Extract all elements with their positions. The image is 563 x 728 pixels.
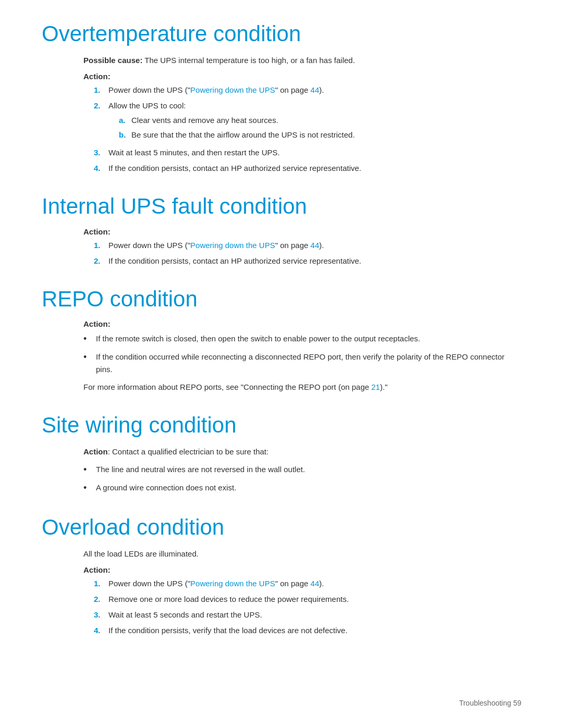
site-wiring-bullet-1: The line and neutral wires are not rever… bbox=[83, 463, 521, 477]
possible-cause-content: The UPS internal temperature is too high… bbox=[144, 56, 355, 65]
overload-step-1: Power down the UPS ("Powering down the U… bbox=[94, 577, 521, 590]
internal-step-2: If the condition persists, contact an HP… bbox=[94, 255, 521, 267]
powering-down-link-3[interactable]: Powering down the UPS bbox=[190, 579, 275, 588]
overload-condition-title: Overload condition bbox=[42, 514, 521, 540]
overload-step-1-content: Power down the UPS ("Powering down the U… bbox=[108, 577, 521, 590]
repo-condition-section: REPO condition Action: If the remote swi… bbox=[42, 286, 521, 393]
step-1-content: Power down the UPS ("Powering down the U… bbox=[108, 84, 521, 96]
footer-text: Troubleshooting 59 bbox=[459, 699, 521, 707]
internal-step-2-content: If the condition persists, contact an HP… bbox=[108, 255, 521, 267]
site-wiring-bullet-list: The line and neutral wires are not rever… bbox=[83, 463, 521, 496]
page-44-link-2[interactable]: 44 bbox=[311, 241, 320, 250]
repo-bullet-list: If the remote switch is closed, then ope… bbox=[83, 332, 521, 376]
overtemperature-title: Overtemperature condition bbox=[42, 21, 521, 47]
repo-note: For more information about REPO ports, s… bbox=[83, 381, 521, 393]
overload-step-2-content: Remove one or more load devices to reduc… bbox=[108, 593, 521, 606]
overload-steps: Power down the UPS ("Powering down the U… bbox=[83, 577, 521, 637]
overload-step-3: Wait at least 5 seconds and restart the … bbox=[94, 609, 521, 621]
powering-down-link-2[interactable]: Powering down the UPS bbox=[190, 241, 275, 250]
site-wiring-bullet-2-content: A ground wire connection does not exist. bbox=[96, 482, 521, 494]
site-wiring-title: Site wiring condition bbox=[42, 412, 521, 438]
sub-step-a-content: Clear vents and remove any heat sources. bbox=[131, 114, 278, 127]
step-2: Allow the UPS to cool: Clear vents and r… bbox=[94, 100, 521, 143]
overload-condition-section: Overload condition All the load LEDs are… bbox=[42, 514, 521, 637]
step-2-content: Allow the UPS to cool: Clear vents and r… bbox=[108, 100, 521, 143]
repo-bullet-1-content: If the remote switch is closed, then ope… bbox=[96, 332, 521, 345]
repo-bullet-1: If the remote switch is closed, then ope… bbox=[83, 332, 521, 347]
step-1: Power down the UPS ("Powering down the U… bbox=[94, 84, 521, 96]
possible-cause-label: Possible cause: bbox=[83, 56, 142, 65]
sub-list-cool: Clear vents and remove any heat sources.… bbox=[108, 114, 521, 141]
repo-bullet-2-content: If the condition occurred while reconnec… bbox=[96, 351, 521, 376]
action-label-internal: Action: bbox=[83, 227, 521, 236]
repo-condition-title: REPO condition bbox=[42, 286, 521, 312]
sub-step-b-content: Be sure that the that the airflow around… bbox=[131, 129, 355, 141]
internal-step-1-content: Power down the UPS ("Powering down the U… bbox=[108, 239, 521, 252]
step-3-content: Wait at least 5 minutes, and then restar… bbox=[108, 146, 521, 159]
site-wiring-bullet-2: A ground wire connection does not exist. bbox=[83, 482, 521, 496]
site-wiring-action-intro: Action: Contact a qualified electrician … bbox=[83, 446, 521, 458]
page-44-link-1[interactable]: 44 bbox=[311, 85, 320, 94]
page-44-link-3[interactable]: 44 bbox=[311, 579, 320, 588]
page-21-link[interactable]: 21 bbox=[371, 382, 380, 391]
overtemperature-section: Overtemperature condition Possible cause… bbox=[42, 21, 521, 175]
overload-step-2: Remove one or more load devices to reduc… bbox=[94, 593, 521, 606]
internal-ups-fault-title: Internal UPS fault condition bbox=[42, 193, 521, 219]
action-label-overload: Action: bbox=[83, 565, 521, 574]
site-wiring-action-label: Action bbox=[83, 447, 108, 456]
site-wiring-bullet-1-content: The line and neutral wires are not rever… bbox=[96, 463, 521, 476]
sub-step-b: Be sure that the that the airflow around… bbox=[119, 129, 521, 141]
overtemperature-steps: Power down the UPS ("Powering down the U… bbox=[83, 84, 521, 175]
internal-step-1: Power down the UPS ("Powering down the U… bbox=[94, 239, 521, 252]
overload-step-4-content: If the condition persists, verify that t… bbox=[108, 624, 521, 637]
step-4-content: If the condition persists, contact an HP… bbox=[108, 162, 521, 175]
action-label-overtemperature: Action: bbox=[83, 72, 521, 81]
sub-step-a: Clear vents and remove any heat sources. bbox=[119, 114, 521, 127]
internal-ups-steps: Power down the UPS ("Powering down the U… bbox=[83, 239, 521, 267]
action-label-repo: Action: bbox=[83, 319, 521, 328]
step-4: If the condition persists, contact an HP… bbox=[94, 162, 521, 175]
internal-ups-fault-section: Internal UPS fault condition Action: Pow… bbox=[42, 193, 521, 267]
powering-down-link-1[interactable]: Powering down the UPS bbox=[190, 85, 275, 94]
possible-cause-text: Possible cause: The UPS internal tempera… bbox=[83, 54, 521, 67]
overload-step-3-content: Wait at least 5 seconds and restart the … bbox=[108, 609, 521, 621]
site-wiring-section: Site wiring condition Action: Contact a … bbox=[42, 412, 521, 496]
overload-step-4: If the condition persists, verify that t… bbox=[94, 624, 521, 637]
step-3: Wait at least 5 minutes, and then restar… bbox=[94, 146, 521, 159]
footer: Troubleshooting 59 bbox=[459, 699, 521, 707]
repo-bullet-2: If the condition occurred while reconnec… bbox=[83, 351, 521, 376]
overload-intro-text: All the load LEDs are illuminated. bbox=[83, 548, 521, 560]
